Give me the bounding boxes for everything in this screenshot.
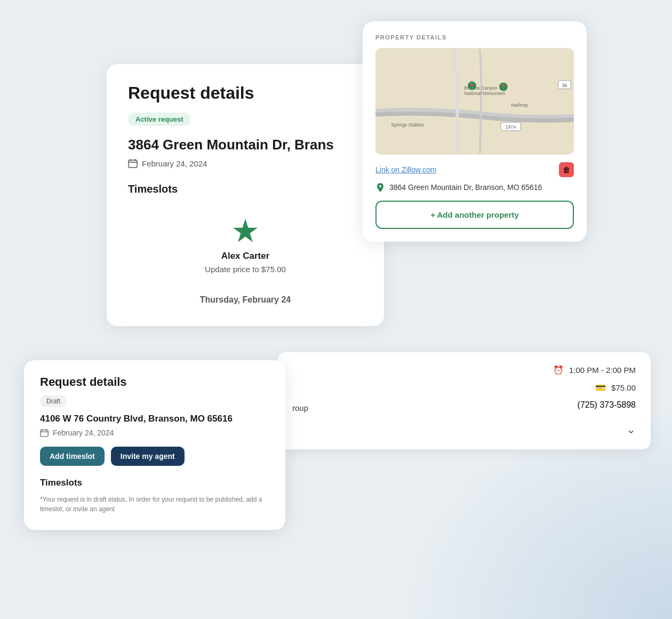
property-address-row: 3864 Green Mountain Dr, Branson, MO 6561… bbox=[375, 182, 574, 192]
add-property-button[interactable]: + Add another property bbox=[375, 201, 574, 229]
second-timeslots-heading: Timeslots bbox=[40, 478, 269, 488]
timeslot-price: $75.00 bbox=[611, 383, 636, 392]
svg-text:Springs Stables: Springs Stables bbox=[391, 122, 424, 128]
phone-row: (725) 373-5898 bbox=[573, 400, 636, 410]
action-buttons: Add timeslot Invite my agent bbox=[40, 447, 269, 466]
delete-property-button[interactable] bbox=[559, 162, 574, 177]
svg-text:📍: 📍 bbox=[469, 83, 476, 90]
main-card-title: Request details bbox=[128, 83, 363, 103]
map-svg: 197A 36 Browns Canyon National Monument … bbox=[375, 48, 574, 155]
svg-text:197A: 197A bbox=[505, 124, 516, 130]
active-badge: Active request bbox=[128, 113, 191, 126]
clock-icon bbox=[553, 365, 564, 375]
main-card-address: 3864 Green Mountain Dr, Brans bbox=[128, 137, 363, 153]
second-date-row: February 24, 2024 bbox=[40, 428, 269, 437]
chevron-row[interactable] bbox=[292, 423, 636, 437]
svg-text:National Monument: National Monument bbox=[464, 91, 505, 96]
svg-rect-0 bbox=[129, 160, 137, 168]
timeslot-section: Alex Carter Update price to $75.00 bbox=[128, 208, 363, 279]
calendar-icon bbox=[128, 158, 138, 168]
timeslot-info-card: 1:00 PM - 2:00 PM $75.00 roup (725) 373-… bbox=[277, 352, 651, 449]
draft-badge: Draft bbox=[40, 395, 67, 407]
group-text: roup bbox=[292, 403, 308, 412]
day-label: Thursday, February 24 bbox=[128, 295, 363, 305]
price-row: $75.00 bbox=[292, 383, 636, 393]
agent-name: Alex Carter bbox=[221, 251, 270, 261]
svg-text:📍: 📍 bbox=[500, 84, 507, 91]
phone-number: (725) 373-5898 bbox=[578, 400, 636, 410]
svg-rect-4 bbox=[375, 49, 574, 154]
card-icon bbox=[595, 383, 606, 393]
property-address: 3864 Green Mountain Dr, Branson, MO 6561… bbox=[389, 183, 542, 192]
second-request-card: Request details Draft 4106 W 76 Country … bbox=[24, 360, 285, 530]
second-card-title: Request details bbox=[40, 375, 269, 389]
svg-text:Nathrop: Nathrop bbox=[511, 102, 528, 108]
group-phone-row: roup (725) 373-5898 bbox=[292, 400, 636, 415]
main-card-date: February 24, 2024 bbox=[142, 159, 207, 168]
calendar-icon-2 bbox=[40, 428, 49, 437]
property-map: 197A 36 Browns Canyon National Monument … bbox=[375, 48, 574, 155]
property-details-card: PROPERTY DETAILS 197A 36 Browns Canyon N… bbox=[363, 21, 587, 242]
svg-text:36: 36 bbox=[562, 83, 567, 88]
zillow-row: Link on Zillow.com bbox=[375, 162, 574, 177]
timeslot-time: 1:00 PM - 2:00 PM bbox=[569, 366, 636, 375]
second-card-date: February 24, 2024 bbox=[53, 428, 114, 437]
price-update: Update price to $75.00 bbox=[205, 265, 286, 274]
draft-notice: *Your request is in draft status. In ord… bbox=[40, 495, 269, 514]
pin-icon bbox=[375, 182, 385, 192]
second-card-address: 4106 W 76 Country Blvd, Branson, MO 6561… bbox=[40, 414, 269, 424]
timeslots-heading: Timeslots bbox=[128, 183, 363, 195]
main-card-date-row: February 24, 2024 bbox=[128, 158, 363, 168]
svg-point-18 bbox=[379, 185, 381, 187]
main-request-card: Request details Active request 3864 Gree… bbox=[107, 64, 384, 326]
invite-agent-button[interactable]: Invite my agent bbox=[111, 447, 185, 466]
property-card-heading: PROPERTY DETAILS bbox=[375, 34, 574, 41]
chevron-down-icon[interactable] bbox=[626, 423, 636, 437]
star-icon bbox=[233, 219, 258, 244]
time-row: 1:00 PM - 2:00 PM bbox=[292, 365, 636, 375]
svg-rect-19 bbox=[41, 430, 48, 437]
add-timeslot-button[interactable]: Add timeslot bbox=[40, 447, 105, 466]
zillow-link[interactable]: Link on Zillow.com bbox=[375, 165, 436, 174]
